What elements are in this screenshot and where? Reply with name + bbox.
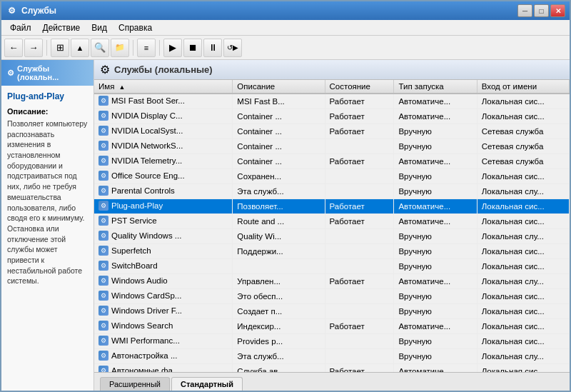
services-table-container[interactable]: Имя ▲ Описание Состояние Тип запуска Вхо…: [94, 80, 570, 372]
table-row[interactable]: Автономные фа...Служба ав...РаботаетАвто…: [94, 364, 570, 373]
menu-bar: Файл Действие Вид Справка: [1, 20, 570, 36]
table-row[interactable]: Plug-and-PlayПозволяет...РаботаетАвтомат…: [94, 199, 570, 214]
sidebar-desc-text: Позволяет компьютеру распознавать измене…: [7, 119, 88, 286]
toolbar: ← → ⊞ ▲ 🔍 📁 ≡ ▶ ⏹ ⏸ ↺▶: [1, 36, 570, 60]
table-row[interactable]: Автонастройка ...Эта служб...ВручнуюЛока…: [94, 349, 570, 364]
table-header-row: Имя ▲ Описание Состояние Тип запуска Вхо…: [94, 80, 570, 94]
cell-start: Вручную: [394, 349, 477, 364]
cell-start: Автоматиче...: [394, 319, 477, 334]
service-icon: [98, 216, 108, 226]
cell-state: Работает: [325, 214, 394, 229]
right-panel-header: ⚙ Службы (локальные): [94, 60, 570, 80]
table-row[interactable]: Quality Windows ...Quality Wi...ВручнуюЛ…: [94, 229, 570, 244]
sidebar-desc-label: Описание:: [7, 107, 88, 116]
table-row[interactable]: Windows Driver F...Создает п...ВручнуюЛо…: [94, 304, 570, 319]
table-row[interactable]: NVIDIA Display C...Container ...Работает…: [94, 109, 570, 124]
table-row[interactable]: Windows AudioУправлен...РаботаетАвтомати…: [94, 274, 570, 289]
service-icon: [98, 321, 108, 331]
cell-start: Вручную: [394, 289, 477, 304]
cell-desc: Управлен...: [233, 274, 325, 289]
cell-name: Parental Controls: [94, 184, 233, 199]
cell-start: Вручную: [394, 169, 477, 184]
up-button[interactable]: ▲: [71, 39, 89, 57]
tab-standard[interactable]: Стандартный: [171, 377, 243, 391]
cell-name: Plug-and-Play: [94, 199, 233, 214]
table-row[interactable]: Windows SearchИндексир...РаботаетАвтомат…: [94, 319, 570, 334]
right-panel: ⚙ Службы (локальные) Имя ▲ Описание Сост…: [94, 60, 570, 391]
cell-login: Локальная сис...: [477, 319, 569, 334]
table-row[interactable]: Office Source Eng...Сохранен...ВручнуюЛо…: [94, 169, 570, 184]
cell-name: PST Service: [94, 214, 233, 229]
service-icon: [98, 96, 108, 106]
main-window: ⚙ Службы ─ □ ✕ Файл Действие Вид Справка…: [0, 0, 571, 392]
cell-name: NVIDIA Display C...: [94, 109, 233, 124]
table-row[interactable]: SwitchBoardВручнуюЛокальная сис...: [94, 259, 570, 274]
cell-state: Работает: [325, 319, 394, 334]
col-header-start[interactable]: Тип запуска: [394, 80, 477, 94]
table-row[interactable]: WMI Performanc...Provides p...ВручнуюЛок…: [94, 334, 570, 349]
menu-view[interactable]: Вид: [86, 21, 113, 34]
table-row[interactable]: NVIDIA Telemetry...Container ...Работает…: [94, 154, 570, 169]
cell-name: Quality Windows ...: [94, 229, 233, 244]
cell-desc: MSI Fast B...: [233, 94, 325, 109]
cell-login: Локальная сис...: [477, 289, 569, 304]
table-row[interactable]: Parental ControlsЭта служб...ВручнуюЛока…: [94, 184, 570, 199]
sidebar-title-text: Службы (локальн...: [17, 64, 88, 81]
cell-state: [325, 244, 394, 259]
search-button[interactable]: 🔍: [91, 39, 109, 57]
table-row[interactable]: NVIDIA LocalSyst...Container ...Работает…: [94, 124, 570, 139]
col-header-login[interactable]: Вход от имени: [477, 80, 569, 94]
cell-login: Локальная слу...: [477, 349, 569, 364]
cell-state: Работает: [325, 109, 394, 124]
close-button[interactable]: ✕: [550, 4, 565, 17]
forward-button[interactable]: →: [24, 39, 43, 57]
cell-login: Локальная слу...: [477, 274, 569, 289]
service-icon: [98, 336, 108, 346]
table-row[interactable]: NVIDIA NetworkS...Container ...ВручнуюСе…: [94, 139, 570, 154]
table-row[interactable]: SuperfetchПоддержи...ВручнуюЛокальная си…: [94, 244, 570, 259]
tab-extended[interactable]: Расширенный: [100, 377, 170, 391]
pause-button[interactable]: ⏸: [203, 39, 222, 57]
cell-name: Office Source Eng...: [94, 169, 233, 184]
service-icon: [98, 276, 108, 286]
cell-state: [325, 289, 394, 304]
col-header-desc[interactable]: Описание: [233, 80, 325, 94]
cell-login: Сетевая служба: [477, 124, 569, 139]
cell-name: Superfetch: [94, 244, 233, 259]
table-row[interactable]: PST ServiceRoute and ...РаботаетАвтомати…: [94, 214, 570, 229]
cell-start: Вручную: [394, 244, 477, 259]
cell-desc: [233, 259, 325, 274]
cell-start: Автоматиче...: [394, 199, 477, 214]
back-button[interactable]: ←: [4, 39, 23, 57]
sidebar-content: Plug-and-Play Описание: Позволяет компью…: [1, 86, 94, 391]
cell-desc: Поддержи...: [233, 244, 325, 259]
stop-button[interactable]: ⏹: [183, 39, 202, 57]
toolbar-separator-1: [46, 40, 47, 56]
play-button[interactable]: ▶: [163, 39, 182, 57]
folders-button[interactable]: 📁: [111, 39, 129, 57]
service-icon: [98, 291, 108, 301]
menu-help[interactable]: Справка: [113, 21, 158, 34]
maximize-button[interactable]: □: [534, 4, 549, 17]
cell-desc: Служба ав...: [233, 364, 325, 373]
col-header-state[interactable]: Состояние: [325, 80, 394, 94]
restart-button[interactable]: ↺▶: [223, 39, 242, 57]
cell-name: Автонастройка ...: [94, 349, 233, 364]
cell-desc: Сохранен...: [233, 169, 325, 184]
cell-start: Автоматиче...: [394, 214, 477, 229]
cell-desc: Эта служб...: [233, 184, 325, 199]
menu-file[interactable]: Файл: [4, 21, 37, 34]
cell-login: Локальная сис...: [477, 199, 569, 214]
menu-action[interactable]: Действие: [37, 21, 86, 34]
show-desktop-button[interactable]: ⊞: [51, 39, 69, 57]
col-header-name[interactable]: Имя ▲: [94, 80, 233, 94]
service-icon: [98, 306, 108, 316]
cell-login: Локальная сис...: [477, 304, 569, 319]
service-icon: [98, 126, 108, 136]
table-row[interactable]: Windows CardSp...Это обесп...ВручнуюЛока…: [94, 289, 570, 304]
cell-desc: Эта служб...: [233, 349, 325, 364]
table-row[interactable]: MSI Fast Boot Ser...MSI Fast B...Работае…: [94, 94, 570, 109]
cell-desc: Container ...: [233, 139, 325, 154]
minimize-button[interactable]: ─: [517, 4, 532, 17]
views-button[interactable]: ≡: [137, 39, 156, 57]
